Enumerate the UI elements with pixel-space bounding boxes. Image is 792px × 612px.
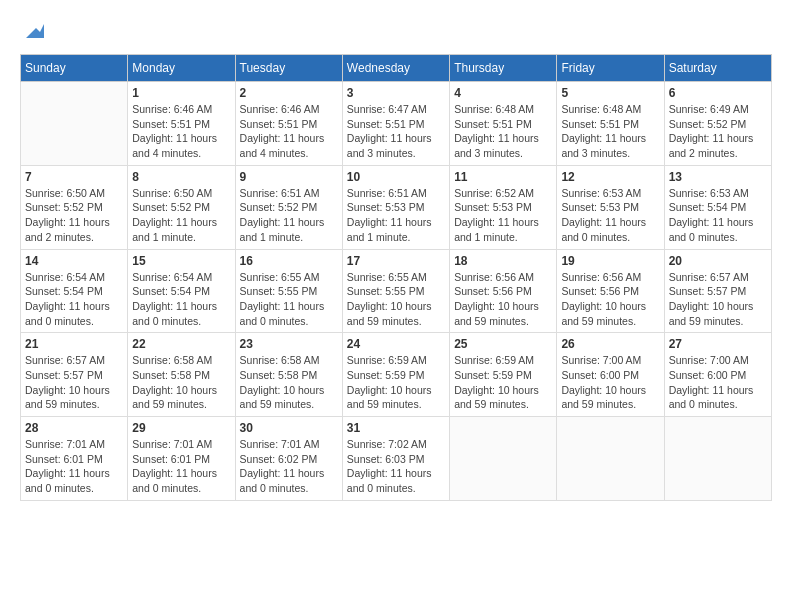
day-info: Sunrise: 6:58 AM Sunset: 5:58 PM Dayligh…: [132, 353, 230, 412]
day-cell: 26Sunrise: 7:00 AM Sunset: 6:00 PM Dayli…: [557, 333, 664, 417]
day-info: Sunrise: 7:00 AM Sunset: 6:00 PM Dayligh…: [561, 353, 659, 412]
day-number: 7: [25, 170, 123, 184]
day-info: Sunrise: 6:54 AM Sunset: 5:54 PM Dayligh…: [25, 270, 123, 329]
day-number: 25: [454, 337, 552, 351]
day-number: 16: [240, 254, 338, 268]
svg-marker-0: [26, 24, 44, 38]
day-number: 19: [561, 254, 659, 268]
day-cell: 2Sunrise: 6:46 AM Sunset: 5:51 PM Daylig…: [235, 82, 342, 166]
day-cell: 28Sunrise: 7:01 AM Sunset: 6:01 PM Dayli…: [21, 417, 128, 501]
day-number: 18: [454, 254, 552, 268]
day-cell: 21Sunrise: 6:57 AM Sunset: 5:57 PM Dayli…: [21, 333, 128, 417]
weekday-thursday: Thursday: [450, 55, 557, 82]
day-info: Sunrise: 6:51 AM Sunset: 5:53 PM Dayligh…: [347, 186, 445, 245]
day-number: 24: [347, 337, 445, 351]
day-cell: 15Sunrise: 6:54 AM Sunset: 5:54 PM Dayli…: [128, 249, 235, 333]
day-number: 14: [25, 254, 123, 268]
day-cell: 11Sunrise: 6:52 AM Sunset: 5:53 PM Dayli…: [450, 165, 557, 249]
week-row-2: 7Sunrise: 6:50 AM Sunset: 5:52 PM Daylig…: [21, 165, 772, 249]
day-cell: 1Sunrise: 6:46 AM Sunset: 5:51 PM Daylig…: [128, 82, 235, 166]
day-number: 10: [347, 170, 445, 184]
day-number: 6: [669, 86, 767, 100]
day-info: Sunrise: 6:48 AM Sunset: 5:51 PM Dayligh…: [561, 102, 659, 161]
day-number: 9: [240, 170, 338, 184]
day-info: Sunrise: 6:52 AM Sunset: 5:53 PM Dayligh…: [454, 186, 552, 245]
day-info: Sunrise: 6:47 AM Sunset: 5:51 PM Dayligh…: [347, 102, 445, 161]
day-cell: [21, 82, 128, 166]
day-cell: 29Sunrise: 7:01 AM Sunset: 6:01 PM Dayli…: [128, 417, 235, 501]
day-cell: 31Sunrise: 7:02 AM Sunset: 6:03 PM Dayli…: [342, 417, 449, 501]
weekday-saturday: Saturday: [664, 55, 771, 82]
weekday-header-row: SundayMondayTuesdayWednesdayThursdayFrid…: [21, 55, 772, 82]
day-number: 8: [132, 170, 230, 184]
day-cell: 3Sunrise: 6:47 AM Sunset: 5:51 PM Daylig…: [342, 82, 449, 166]
day-info: Sunrise: 6:46 AM Sunset: 5:51 PM Dayligh…: [240, 102, 338, 161]
day-info: Sunrise: 6:51 AM Sunset: 5:52 PM Dayligh…: [240, 186, 338, 245]
weekday-sunday: Sunday: [21, 55, 128, 82]
day-info: Sunrise: 7:01 AM Sunset: 6:02 PM Dayligh…: [240, 437, 338, 496]
calendar: SundayMondayTuesdayWednesdayThursdayFrid…: [20, 54, 772, 501]
day-cell: 8Sunrise: 6:50 AM Sunset: 5:52 PM Daylig…: [128, 165, 235, 249]
week-row-4: 21Sunrise: 6:57 AM Sunset: 5:57 PM Dayli…: [21, 333, 772, 417]
day-number: 20: [669, 254, 767, 268]
day-cell: 30Sunrise: 7:01 AM Sunset: 6:02 PM Dayli…: [235, 417, 342, 501]
week-row-3: 14Sunrise: 6:54 AM Sunset: 5:54 PM Dayli…: [21, 249, 772, 333]
day-number: 5: [561, 86, 659, 100]
logo-icon: [22, 20, 46, 44]
day-number: 27: [669, 337, 767, 351]
day-cell: 24Sunrise: 6:59 AM Sunset: 5:59 PM Dayli…: [342, 333, 449, 417]
day-info: Sunrise: 6:55 AM Sunset: 5:55 PM Dayligh…: [240, 270, 338, 329]
week-row-1: 1Sunrise: 6:46 AM Sunset: 5:51 PM Daylig…: [21, 82, 772, 166]
day-info: Sunrise: 6:48 AM Sunset: 5:51 PM Dayligh…: [454, 102, 552, 161]
day-cell: [557, 417, 664, 501]
day-number: 26: [561, 337, 659, 351]
day-number: 31: [347, 421, 445, 435]
day-info: Sunrise: 7:02 AM Sunset: 6:03 PM Dayligh…: [347, 437, 445, 496]
day-info: Sunrise: 6:46 AM Sunset: 5:51 PM Dayligh…: [132, 102, 230, 161]
day-number: 23: [240, 337, 338, 351]
day-cell: 25Sunrise: 6:59 AM Sunset: 5:59 PM Dayli…: [450, 333, 557, 417]
weekday-wednesday: Wednesday: [342, 55, 449, 82]
day-info: Sunrise: 7:01 AM Sunset: 6:01 PM Dayligh…: [132, 437, 230, 496]
day-number: 12: [561, 170, 659, 184]
day-cell: 4Sunrise: 6:48 AM Sunset: 5:51 PM Daylig…: [450, 82, 557, 166]
day-number: 11: [454, 170, 552, 184]
day-number: 22: [132, 337, 230, 351]
day-number: 17: [347, 254, 445, 268]
day-info: Sunrise: 6:55 AM Sunset: 5:55 PM Dayligh…: [347, 270, 445, 329]
day-info: Sunrise: 6:59 AM Sunset: 5:59 PM Dayligh…: [347, 353, 445, 412]
day-number: 15: [132, 254, 230, 268]
day-info: Sunrise: 6:56 AM Sunset: 5:56 PM Dayligh…: [454, 270, 552, 329]
day-number: 1: [132, 86, 230, 100]
header: [20, 20, 772, 44]
day-info: Sunrise: 7:01 AM Sunset: 6:01 PM Dayligh…: [25, 437, 123, 496]
day-cell: 7Sunrise: 6:50 AM Sunset: 5:52 PM Daylig…: [21, 165, 128, 249]
week-row-5: 28Sunrise: 7:01 AM Sunset: 6:01 PM Dayli…: [21, 417, 772, 501]
day-cell: 14Sunrise: 6:54 AM Sunset: 5:54 PM Dayli…: [21, 249, 128, 333]
day-info: Sunrise: 6:58 AM Sunset: 5:58 PM Dayligh…: [240, 353, 338, 412]
day-number: 30: [240, 421, 338, 435]
logo: [20, 20, 46, 44]
day-cell: 5Sunrise: 6:48 AM Sunset: 5:51 PM Daylig…: [557, 82, 664, 166]
day-cell: 23Sunrise: 6:58 AM Sunset: 5:58 PM Dayli…: [235, 333, 342, 417]
day-cell: 6Sunrise: 6:49 AM Sunset: 5:52 PM Daylig…: [664, 82, 771, 166]
day-info: Sunrise: 6:56 AM Sunset: 5:56 PM Dayligh…: [561, 270, 659, 329]
weekday-monday: Monday: [128, 55, 235, 82]
day-cell: 18Sunrise: 6:56 AM Sunset: 5:56 PM Dayli…: [450, 249, 557, 333]
day-info: Sunrise: 6:53 AM Sunset: 5:53 PM Dayligh…: [561, 186, 659, 245]
day-info: Sunrise: 6:53 AM Sunset: 5:54 PM Dayligh…: [669, 186, 767, 245]
day-cell: 16Sunrise: 6:55 AM Sunset: 5:55 PM Dayli…: [235, 249, 342, 333]
day-cell: [664, 417, 771, 501]
day-number: 3: [347, 86, 445, 100]
day-info: Sunrise: 6:57 AM Sunset: 5:57 PM Dayligh…: [25, 353, 123, 412]
day-cell: [450, 417, 557, 501]
day-number: 4: [454, 86, 552, 100]
day-cell: 10Sunrise: 6:51 AM Sunset: 5:53 PM Dayli…: [342, 165, 449, 249]
day-cell: 12Sunrise: 6:53 AM Sunset: 5:53 PM Dayli…: [557, 165, 664, 249]
day-cell: 17Sunrise: 6:55 AM Sunset: 5:55 PM Dayli…: [342, 249, 449, 333]
day-cell: 27Sunrise: 7:00 AM Sunset: 6:00 PM Dayli…: [664, 333, 771, 417]
day-number: 29: [132, 421, 230, 435]
day-number: 2: [240, 86, 338, 100]
day-info: Sunrise: 6:49 AM Sunset: 5:52 PM Dayligh…: [669, 102, 767, 161]
day-info: Sunrise: 6:50 AM Sunset: 5:52 PM Dayligh…: [132, 186, 230, 245]
